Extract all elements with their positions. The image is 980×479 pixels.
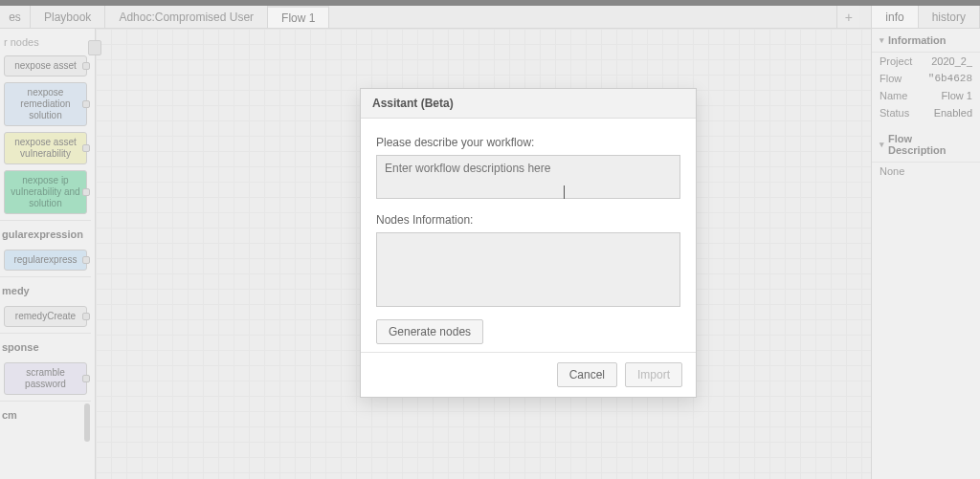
node-label: nexpose remediation solution bbox=[11, 87, 80, 121]
section-title: Flow Description bbox=[888, 133, 972, 156]
palette-group-response[interactable]: sponse bbox=[0, 333, 91, 357]
tabs-left: es Playbook Adhoc:Compromised User Flow … bbox=[0, 6, 859, 28]
info-val: Enabled bbox=[934, 107, 972, 119]
rtab-info[interactable]: info bbox=[872, 6, 918, 28]
add-tab-button[interactable]: + bbox=[836, 6, 859, 28]
palette-node-nexpose-remediation[interactable]: nexpose remediation solution bbox=[4, 82, 87, 126]
info-row-name: Name Flow 1 bbox=[872, 87, 980, 104]
cancel-button[interactable]: Cancel bbox=[557, 362, 617, 387]
assistant-modal: Assitant (Beta) Please describe your wor… bbox=[360, 88, 697, 398]
palette-node-nexpose-asset[interactable]: nexpose asset bbox=[4, 55, 87, 76]
palette-scrollbar-thumb[interactable] bbox=[84, 403, 90, 442]
node-label: nexpose ip vulnerability and solution bbox=[11, 175, 80, 209]
rtab-label: history bbox=[932, 11, 966, 24]
workflow-input[interactable] bbox=[376, 155, 680, 199]
rtab-history[interactable]: history bbox=[919, 6, 980, 28]
button-label: Import bbox=[637, 368, 670, 381]
rtab-label: info bbox=[885, 11, 903, 24]
palette-group-regex[interactable]: gularexpression bbox=[0, 220, 91, 244]
chevron-down-icon: ▾ bbox=[880, 140, 884, 149]
workflow-label: Please describe your workflow: bbox=[376, 136, 680, 149]
palette-header: r nodes bbox=[0, 33, 91, 50]
modal-title: Assitant (Beta) bbox=[361, 89, 696, 119]
tabs-row: es Playbook Adhoc:Compromised User Flow … bbox=[0, 6, 980, 29]
info-key: Flow bbox=[880, 73, 902, 84]
palette-group-remedy[interactable]: medy bbox=[0, 276, 91, 300]
tab-adhoc-compromised-user[interactable]: Adhoc:Compromised User bbox=[105, 6, 268, 28]
description-text: None bbox=[880, 165, 904, 177]
node-label: nexpose asset vulnerability bbox=[11, 137, 80, 160]
section-title: Information bbox=[888, 34, 947, 46]
info-row-project: Project 2020_2_ bbox=[872, 53, 980, 70]
tab-playbook[interactable]: Playbook bbox=[31, 6, 105, 28]
palette-group-cm[interactable]: cm bbox=[0, 401, 91, 425]
tab-label: Flow 1 bbox=[281, 11, 315, 25]
info-val: 2020_2_ bbox=[931, 55, 972, 67]
right-tabs: info history bbox=[871, 6, 980, 28]
info-row-flow: Flow "6b4628 bbox=[872, 70, 980, 87]
tab-truncated-label: es bbox=[9, 11, 21, 24]
node-label: remedyCreate bbox=[15, 311, 76, 322]
chevron-down-icon: ▾ bbox=[880, 35, 884, 45]
section-flow-description[interactable]: ▾ Flow Description bbox=[872, 127, 980, 163]
text-cursor-icon bbox=[564, 185, 565, 199]
info-key: Name bbox=[880, 90, 907, 101]
palette-node-regularexpression[interactable]: regularexpress bbox=[4, 250, 87, 271]
tab-label: Adhoc:Compromised User bbox=[119, 11, 254, 24]
palette-node-remedy-create[interactable]: remedyCreate bbox=[4, 306, 87, 327]
canvas-collapse-handle[interactable] bbox=[88, 40, 101, 55]
info-row-status: Status Enabled bbox=[872, 104, 980, 121]
nodes-info-input[interactable] bbox=[376, 232, 680, 307]
node-label: scramble password bbox=[11, 367, 80, 390]
info-val: "6b4628 bbox=[928, 73, 972, 84]
info-val: Flow 1 bbox=[942, 90, 972, 101]
palette-node-nexpose-ip-vuln[interactable]: nexpose ip vulnerability and solution bbox=[4, 170, 87, 214]
info-sidebar: ▾ Information Project 2020_2_ Flow "6b46… bbox=[871, 29, 980, 479]
tab-truncated[interactable]: es bbox=[0, 6, 31, 28]
plus-icon: + bbox=[845, 10, 853, 25]
flow-description-value: None bbox=[872, 163, 980, 180]
nodes-info-label: Nodes Information: bbox=[376, 213, 680, 227]
import-button[interactable]: Import bbox=[625, 362, 682, 387]
button-label: Generate nodes bbox=[389, 325, 471, 338]
tab-label: Playbook bbox=[44, 11, 91, 24]
node-label: nexpose asset bbox=[14, 60, 77, 72]
info-key: Project bbox=[880, 55, 912, 67]
palette-node-scramble-password[interactable]: scramble password bbox=[4, 362, 87, 395]
generate-nodes-button[interactable]: Generate nodes bbox=[376, 319, 483, 344]
tab-flow-1[interactable]: Flow 1 bbox=[268, 6, 329, 28]
palette-node-nexpose-asset-vuln[interactable]: nexpose asset vulnerability bbox=[4, 132, 87, 164]
section-information[interactable]: ▾ Information bbox=[872, 29, 980, 53]
button-label: Cancel bbox=[569, 368, 605, 381]
node-label: regularexpress bbox=[13, 254, 77, 266]
info-key: Status bbox=[880, 107, 909, 119]
node-palette: r nodes nexpose asset nexpose remediatio… bbox=[0, 29, 96, 479]
